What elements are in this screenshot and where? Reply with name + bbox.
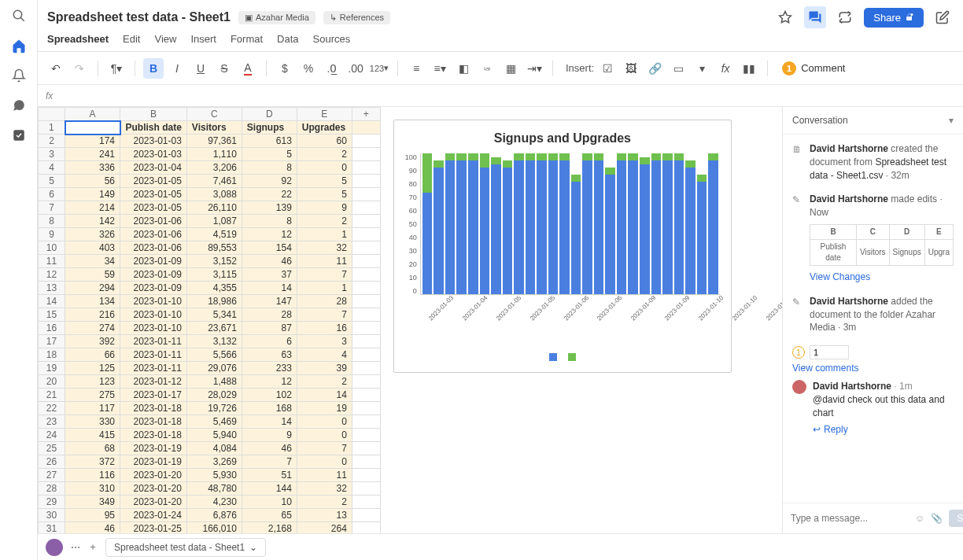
home-icon[interactable] [11, 38, 27, 53]
conversation-panel: Conversation ▾ 🗎 David Hartshorne create… [782, 107, 963, 533]
more-icon[interactable]: ⋯ [71, 542, 80, 553]
undo-icon[interactable]: ↶ [46, 58, 66, 79]
add-sheet-icon[interactable]: ＋ [88, 540, 98, 554]
chat-icon[interactable] [11, 98, 27, 113]
valign-icon[interactable]: ≡▾ [430, 58, 450, 79]
filter-icon[interactable]: ▾ [692, 58, 712, 79]
document-icon: 🗎 [792, 144, 803, 182]
send-button[interactable]: Send [949, 510, 963, 527]
sheet-tab[interactable]: Spreadsheet test data - Sheet1 ⌄ [105, 538, 266, 557]
checkbox-icon[interactable] [11, 127, 27, 143]
comment-button[interactable]: 1 Comment [782, 61, 845, 76]
menu-insert[interactable]: Insert [190, 33, 216, 45]
italic-button[interactable]: I [167, 58, 187, 79]
filter-icon[interactable]: ▾ [949, 115, 954, 126]
activity-created: David Hartshorne created the document fr… [810, 142, 954, 182]
pencil-icon: ✎ [792, 297, 803, 334]
folder-badge[interactable]: ▣ Azahar Media [238, 11, 315, 24]
menu-view[interactable]: View [154, 33, 176, 45]
percent-button[interactable]: % [298, 58, 319, 79]
menu-sources[interactable]: Sources [313, 33, 351, 45]
fx-icon[interactable]: fx [715, 58, 736, 79]
chart-legend [405, 353, 720, 361]
chart-title: Signups and Upgrades [405, 131, 720, 146]
formula-bar[interactable]: fx [38, 85, 963, 107]
bottom-bar: ⋯ ＋ Spreadsheet test data - Sheet1 ⌄ [38, 533, 963, 560]
reply-button[interactable]: ↩ Reply [813, 423, 954, 437]
svg-rect-4 [906, 17, 912, 20]
share-button[interactable]: Share [864, 8, 924, 28]
comment-number-input[interactable] [810, 345, 849, 359]
svg-point-0 [13, 10, 22, 19]
menu-edit[interactable]: Edit [123, 33, 140, 45]
insert-date-icon[interactable]: ▭ [668, 58, 688, 79]
bell-icon[interactable] [11, 68, 27, 83]
text-color-button[interactable]: A [238, 58, 258, 79]
references-badge[interactable]: ↳ References [323, 11, 390, 24]
attach-icon[interactable]: 📎 [931, 513, 943, 524]
insert-link-icon[interactable]: 🔗 [644, 58, 665, 79]
strike-button[interactable]: S [214, 58, 234, 79]
currency-button[interactable]: $ [275, 58, 295, 79]
menu-bar: Spreadsheet Edit View Insert Format Data… [47, 28, 954, 51]
mini-preview-table: BCDE Publish dateVisitorsSignupsUpgra [810, 224, 954, 266]
svg-line-1 [20, 17, 24, 21]
fill-color-icon[interactable]: ◧ [453, 58, 474, 79]
search-icon[interactable] [11, 8, 27, 24]
insert-checkbox-icon[interactable]: ☑ [597, 58, 618, 79]
user-avatar[interactable] [46, 539, 63, 556]
activity-edits: David Hartshorne made edits · Now BCDE P… [810, 193, 954, 283]
wrap-icon[interactable]: ⎃ [477, 58, 497, 79]
decimal-inc-icon[interactable]: .00 [345, 58, 366, 79]
underline-button[interactable]: U [190, 58, 211, 79]
menu-data[interactable]: Data [277, 33, 298, 45]
chart[interactable]: Signups and Upgrades 1009080706050403020… [393, 120, 732, 373]
svg-marker-3 [780, 12, 791, 23]
decimal-dec-icon[interactable]: .0̲ [322, 58, 342, 79]
svg-rect-2 [13, 130, 24, 141]
menu-format[interactable]: Format [231, 33, 263, 45]
view-changes-link[interactable]: View Changes [810, 271, 954, 284]
chat-bubble-icon[interactable] [804, 6, 826, 28]
edit-icon[interactable] [932, 6, 954, 28]
toolbar: ↶ ↷ ¶▾ B I U S A $ % .0̲ .00 123▾ ≡ ≡▾ ◧… [38, 52, 963, 85]
left-rail [0, 0, 38, 560]
insert-label: Insert: [566, 62, 594, 74]
paragraph-icon[interactable]: ¶▾ [106, 58, 127, 79]
insert-chart-icon[interactable]: ▮▮ [739, 58, 759, 79]
menu-spreadsheet[interactable]: Spreadsheet [47, 33, 109, 45]
pencil-icon: ✎ [792, 194, 803, 283]
sync-icon[interactable] [834, 6, 856, 28]
document-title[interactable]: Spreadsheet test data - Sheet1 [47, 10, 231, 24]
conversation-title: Conversation [792, 115, 848, 126]
comment-count-badge: 1 [792, 346, 805, 359]
redo-icon[interactable]: ↷ [69, 58, 90, 79]
insert-image-icon[interactable]: 🖼 [621, 58, 641, 79]
align-icon[interactable]: ≡ [406, 58, 426, 79]
emoji-icon[interactable]: ☺ [915, 513, 924, 524]
number-format-button[interactable]: 123▾ [369, 58, 389, 79]
activity-folder: David Hartshorne added the document to t… [810, 295, 954, 334]
borders-icon[interactable]: ▦ [500, 58, 521, 79]
chevron-down-icon: ⌄ [249, 542, 257, 553]
star-icon[interactable] [774, 6, 796, 28]
merge-icon[interactable]: ⇥▾ [524, 58, 544, 79]
view-comments-link[interactable]: View comments [792, 363, 954, 374]
message-input[interactable] [791, 513, 909, 524]
bold-button[interactable]: B [143, 58, 164, 79]
spreadsheet-grid[interactable]: ABCDE+1Publish dateVisitorsSignupsUpgrad… [38, 107, 782, 533]
comment-body: David Hartshorne · 1m @david check out t… [813, 380, 954, 436]
avatar [792, 380, 806, 394]
